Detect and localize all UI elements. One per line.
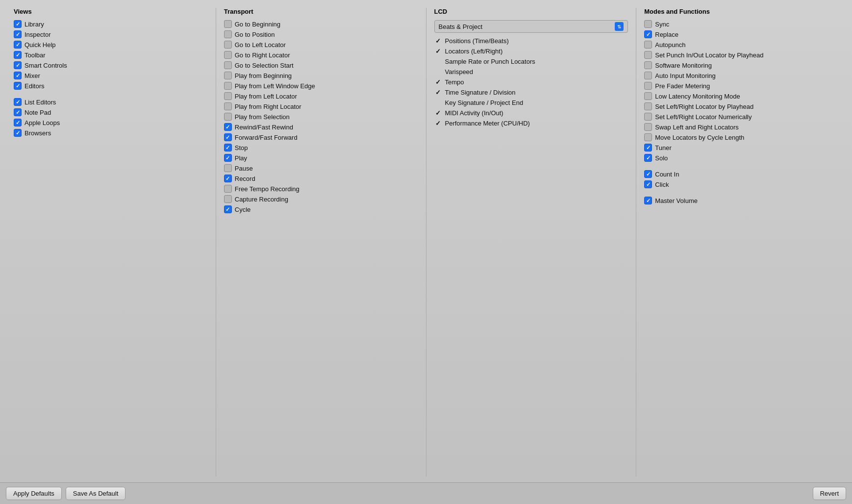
checkbox-icon: [14, 82, 22, 90]
list-item[interactable]: Count In: [644, 170, 838, 178]
list-item[interactable]: ✓Performance Meter (CPU/HD): [434, 119, 628, 127]
item-label: Locators (Left/Right): [445, 48, 503, 55]
checkbox-icon: [644, 102, 652, 110]
list-item[interactable]: ✓Locators (Left/Right): [434, 47, 628, 55]
item-label: Play from Beginning: [235, 72, 292, 79]
list-item[interactable]: Autopunch: [644, 41, 838, 49]
views-header: Views: [14, 8, 208, 15]
list-item[interactable]: Go to Left Locator: [224, 41, 418, 49]
list-item[interactable]: Play: [224, 154, 418, 162]
item-label: Count In: [655, 171, 679, 178]
list-item[interactable]: Set Left/Right Locator Numerically: [644, 113, 838, 121]
list-item[interactable]: Forward/Fast Forward: [224, 133, 418, 141]
item-label: Smart Controls: [25, 62, 67, 69]
item-label: Low Latency Monitoring Mode: [655, 93, 740, 100]
list-item[interactable]: Free Tempo Recording: [224, 185, 418, 193]
list-item[interactable]: Swap Left and Right Locators: [644, 123, 838, 131]
item-label: Play from Left Window Edge: [235, 82, 315, 90]
list-item[interactable]: Click: [644, 180, 838, 188]
item-label: Sync: [655, 21, 669, 28]
checkbox-icon: [644, 133, 652, 141]
checkbox-icon: [14, 41, 22, 49]
item-label: Play from Selection: [235, 113, 290, 121]
checkbox-icon: [224, 185, 232, 193]
transport-items-container: Go to BeginningGo to PositionGo to Left …: [224, 20, 418, 213]
list-item[interactable]: Go to Right Locator: [224, 51, 418, 59]
item-label: Set Punch In/Out Locator by Playhead: [655, 51, 763, 59]
list-item[interactable]: Capture Recording: [224, 195, 418, 203]
list-item[interactable]: ✓Positions (Time/Beats): [434, 37, 628, 45]
list-item[interactable]: Play from Right Locator: [224, 102, 418, 110]
item-label: Quick Help: [25, 41, 56, 49]
checkbox-icon: [644, 41, 652, 49]
checkbox-icon: [224, 102, 232, 110]
item-label: Tempo: [445, 78, 464, 86]
list-item[interactable]: Inspector: [14, 30, 208, 38]
views-items-container: LibraryInspectorQuick HelpToolbarSmart C…: [14, 20, 208, 137]
list-item[interactable]: ✓Sample Rate or Punch Locators: [434, 57, 628, 65]
list-item[interactable]: Mixer: [14, 72, 208, 79]
list-item[interactable]: Cycle: [224, 205, 418, 213]
checkbox-icon: [224, 72, 232, 79]
lcd-dropdown-arrow-icon: ⇅: [615, 22, 624, 31]
checkbox-icon: [644, 61, 652, 69]
tick-icon: ✓: [434, 78, 442, 86]
item-label: List Editors: [25, 99, 56, 106]
checkbox-icon: [644, 170, 652, 178]
list-item[interactable]: Go to Selection Start: [224, 61, 418, 69]
item-label: Pre Fader Metering: [655, 82, 710, 90]
list-item[interactable]: Set Punch In/Out Locator by Playhead: [644, 51, 838, 59]
list-item[interactable]: Editors: [14, 82, 208, 90]
footer: Apply Defaults Save As Default Revert: [0, 482, 852, 504]
transport-column: Transport Go to BeginningGo to PositionG…: [216, 8, 426, 477]
list-item[interactable]: Go to Position: [224, 30, 418, 38]
item-label: Autopunch: [655, 41, 685, 49]
list-item[interactable]: Solo: [644, 154, 838, 162]
list-item[interactable]: Auto Input Monitoring: [644, 72, 838, 79]
list-item[interactable]: ✓MIDI Activity (In/Out): [434, 109, 628, 117]
revert-button[interactable]: Revert: [813, 487, 846, 500]
list-item[interactable]: Software Monitoring: [644, 61, 838, 69]
modes-column: Modes and Functions SyncReplaceAutopunch…: [636, 8, 846, 477]
list-item[interactable]: Go to Beginning: [224, 20, 418, 28]
list-item[interactable]: Browsers: [14, 129, 208, 137]
list-item[interactable]: ✓Time Signature / Division: [434, 88, 628, 96]
list-item[interactable]: ✓Key Signature / Project End: [434, 99, 628, 106]
spacer: [14, 92, 208, 98]
list-item[interactable]: Sync: [644, 20, 838, 28]
save-as-default-button[interactable]: Save As Default: [66, 487, 126, 500]
list-item[interactable]: Smart Controls: [14, 61, 208, 69]
list-item[interactable]: Apple Loops: [14, 119, 208, 126]
list-item[interactable]: Rewind/Fast Rewind: [224, 123, 418, 131]
list-item[interactable]: Move Locators by Cycle Length: [644, 133, 838, 141]
checkbox-icon: [224, 61, 232, 69]
list-item[interactable]: Master Volume: [644, 197, 838, 204]
list-item[interactable]: Note Pad: [14, 108, 208, 116]
apply-defaults-button[interactable]: Apply Defaults: [6, 487, 62, 500]
list-item[interactable]: Play from Left Window Edge: [224, 82, 418, 90]
list-item[interactable]: Record: [224, 175, 418, 182]
list-item[interactable]: Play from Left Locator: [224, 92, 418, 100]
lcd-dropdown[interactable]: Beats & Project ⇅: [434, 20, 628, 33]
item-label: Positions (Time/Beats): [445, 37, 509, 45]
checkbox-icon: [224, 113, 232, 121]
list-item[interactable]: Replace: [644, 30, 838, 38]
list-item[interactable]: List Editors: [14, 98, 208, 106]
list-item[interactable]: Stop: [224, 144, 418, 151]
list-item[interactable]: Tuner: [644, 144, 838, 151]
list-item[interactable]: ✓Tempo: [434, 78, 628, 86]
list-item[interactable]: Low Latency Monitoring Mode: [644, 92, 838, 100]
list-item[interactable]: Set Left/Right Locator by Playhead: [644, 102, 838, 110]
list-item[interactable]: ✓Varispeed: [434, 68, 628, 76]
list-item[interactable]: Quick Help: [14, 41, 208, 49]
list-item[interactable]: Pause: [224, 164, 418, 172]
list-item[interactable]: Library: [14, 20, 208, 28]
list-item[interactable]: Pre Fader Metering: [644, 82, 838, 90]
checkbox-icon: [14, 72, 22, 79]
list-item[interactable]: Toolbar: [14, 51, 208, 59]
list-item[interactable]: Play from Beginning: [224, 72, 418, 79]
checkbox-icon: [14, 51, 22, 59]
list-item[interactable]: Play from Selection: [224, 113, 418, 121]
checkbox-icon: [224, 20, 232, 28]
checkbox-icon: [644, 123, 652, 131]
